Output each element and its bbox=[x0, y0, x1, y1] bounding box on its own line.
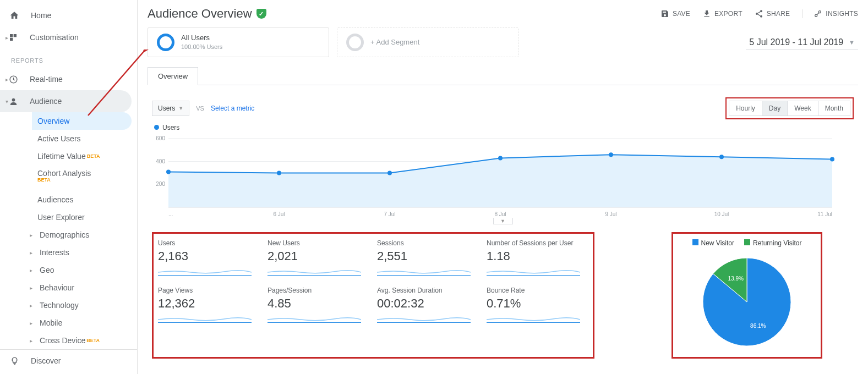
submenu-audiences[interactable]: Audiences bbox=[32, 191, 137, 208]
person-icon bbox=[8, 96, 19, 107]
submenu-geo[interactable]: ▸Geo bbox=[32, 261, 137, 279]
share-button[interactable]: SHARE bbox=[755, 9, 790, 18]
save-button[interactable]: SAVE bbox=[660, 9, 690, 18]
submenu-active-users[interactable]: Active Users bbox=[32, 130, 137, 147]
add-ring-icon bbox=[346, 34, 364, 51]
metric-label: Page Views bbox=[158, 287, 260, 294]
sidebar-item-customisation[interactable]: ▸ Customisation bbox=[0, 26, 137, 48]
pie-highlight-box: New Visitor Returning Visitor 86.1%13.9% bbox=[672, 232, 822, 359]
caret-right-icon: ▸ bbox=[30, 250, 35, 256]
svg-text:600: 600 bbox=[156, 136, 165, 141]
metric-page-views[interactable]: Page Views12,362 bbox=[158, 287, 260, 323]
users-line-chart: 200400600...6 Jul7 Jul8 Jul9 Jul10 Jul11… bbox=[152, 136, 834, 218]
svg-point-17 bbox=[166, 169, 171, 174]
tab-overview[interactable]: Overview bbox=[148, 67, 198, 85]
sidebar-label: Real-time bbox=[30, 75, 63, 84]
sidebar-item-discover[interactable]: Discover bbox=[0, 350, 137, 372]
metric-number-of-sessions-per-user[interactable]: Number of Sessions per User1.18 bbox=[487, 239, 588, 276]
metric-label: New Users bbox=[268, 239, 369, 247]
submenu-mobile[interactable]: ▸Mobile bbox=[32, 314, 137, 332]
sidebar-item-audience[interactable]: ▾ Audience bbox=[0, 90, 132, 112]
share-icon bbox=[755, 9, 763, 18]
metric-pages-session[interactable]: Pages/Session4.85 bbox=[268, 287, 369, 323]
granularity-week[interactable]: Week bbox=[788, 101, 818, 116]
metric-value: 2,163 bbox=[158, 249, 260, 263]
sparkline bbox=[377, 267, 471, 276]
segment-sub: 100.00% Users bbox=[181, 43, 222, 51]
granularity-hourly[interactable]: Hourly bbox=[729, 101, 762, 116]
sidebar-item-admin[interactable]: Admin bbox=[0, 372, 137, 374]
metric-users[interactable]: Users2,163 bbox=[158, 239, 260, 276]
metric-value: 2,021 bbox=[268, 249, 369, 263]
caret-right-icon: ▸ bbox=[30, 285, 35, 291]
caret-right-icon: ▸ bbox=[30, 302, 35, 309]
caret-right-icon: ▸ bbox=[30, 232, 35, 238]
segment-all-users[interactable]: All Users 100.00% Users bbox=[148, 28, 329, 57]
chevron-down-icon: ▼ bbox=[178, 106, 183, 111]
sparkline bbox=[158, 314, 252, 323]
chevron-down-icon: ▼ bbox=[849, 39, 855, 46]
submenu-cross-device[interactable]: ▸Cross DeviceBETA bbox=[32, 332, 137, 349]
sidebar-item-home[interactable]: Home bbox=[0, 4, 137, 26]
svg-text:8 Jul: 8 Jul bbox=[494, 211, 506, 217]
metric-value: 2,551 bbox=[377, 249, 479, 263]
legend-square-icon bbox=[744, 239, 750, 245]
audience-submenu: Overview Active Users Lifetime ValueBETA… bbox=[0, 112, 137, 349]
svg-text:86.1%: 86.1% bbox=[750, 323, 766, 329]
granularity-highlight-box: Hourly Day Week Month bbox=[725, 97, 854, 119]
svg-point-19 bbox=[387, 171, 392, 175]
customisation-icon bbox=[8, 32, 19, 43]
sparkline bbox=[487, 267, 580, 276]
submenu-overview[interactable]: Overview bbox=[32, 112, 132, 130]
primary-metric-dropdown[interactable]: Users▼ bbox=[152, 101, 189, 116]
svg-point-18 bbox=[277, 171, 281, 175]
metric-value: 00:02:32 bbox=[377, 296, 479, 311]
metric-avg-session-duration[interactable]: Avg. Session Duration00:02:32 bbox=[377, 287, 479, 323]
pie-legend-new: New Visitor bbox=[692, 239, 734, 247]
svg-point-5 bbox=[760, 10, 762, 12]
sidebar-label: Audience bbox=[30, 97, 62, 106]
metric-label: Bounce Rate bbox=[487, 287, 588, 294]
caret-right-icon: ▸ bbox=[30, 320, 35, 326]
granularity-month[interactable]: Month bbox=[818, 101, 850, 116]
bulb-icon bbox=[9, 355, 20, 366]
submenu-demographics[interactable]: ▸Demographics bbox=[32, 226, 137, 244]
svg-point-22 bbox=[719, 155, 724, 159]
sidebar: Home ▸ Customisation REPORTS ▸ Real-time… bbox=[0, 0, 138, 374]
select-secondary-metric-link[interactable]: Select a metric bbox=[211, 105, 254, 112]
svg-text:400: 400 bbox=[156, 158, 165, 164]
add-segment-label: + Add Segment bbox=[370, 38, 419, 47]
home-icon bbox=[9, 10, 20, 21]
metric-label: Users bbox=[158, 239, 260, 247]
submenu-user-explorer[interactable]: User Explorer bbox=[32, 208, 137, 226]
metric-new-users[interactable]: New Users2,021 bbox=[268, 239, 369, 276]
submenu-interests[interactable]: ▸Interests bbox=[32, 244, 137, 261]
submenu-behaviour[interactable]: ▸Behaviour bbox=[32, 279, 137, 296]
submenu-lifetime-value[interactable]: Lifetime ValueBETA bbox=[32, 147, 137, 165]
svg-point-21 bbox=[609, 152, 613, 157]
svg-point-4 bbox=[12, 98, 15, 101]
metric-bounce-rate[interactable]: Bounce Rate0.71% bbox=[487, 287, 588, 323]
add-segment-button[interactable]: + Add Segment bbox=[337, 28, 518, 57]
chart-expand-handle[interactable]: ▼ bbox=[493, 218, 513, 224]
export-button[interactable]: EXPORT bbox=[702, 9, 743, 18]
metric-sessions[interactable]: Sessions2,551 bbox=[377, 239, 479, 276]
sparkline bbox=[268, 314, 361, 323]
submenu-cohort-analysis[interactable]: Cohort AnalysisBETA bbox=[32, 165, 137, 191]
visitor-pie-chart: 86.1%13.9% bbox=[681, 247, 813, 351]
svg-text:9 Jul: 9 Jul bbox=[605, 211, 616, 217]
metric-value: 4.85 bbox=[268, 296, 369, 311]
svg-text:11 Jul: 11 Jul bbox=[817, 211, 832, 217]
insights-button[interactable]: INSIGHTS bbox=[802, 9, 858, 18]
legend-dot-icon bbox=[154, 125, 159, 130]
svg-point-20 bbox=[498, 156, 503, 160]
metric-label: Number of Sessions per User bbox=[487, 239, 588, 247]
date-range-picker[interactable]: 5 Jul 2019 - 11 Jul 2019 ▼ bbox=[746, 35, 858, 50]
topbar: Audience Overview ✓ SAVE EXPORT SHARE IN… bbox=[138, 0, 868, 28]
svg-text:6 Jul: 6 Jul bbox=[273, 211, 285, 217]
submenu-technology[interactable]: ▸Technology bbox=[32, 296, 137, 314]
metric-value: 1.18 bbox=[487, 249, 588, 263]
pie-legend-returning: Returning Visitor bbox=[744, 239, 802, 247]
sidebar-item-realtime[interactable]: ▸ Real-time bbox=[0, 68, 137, 90]
granularity-day[interactable]: Day bbox=[762, 101, 788, 116]
